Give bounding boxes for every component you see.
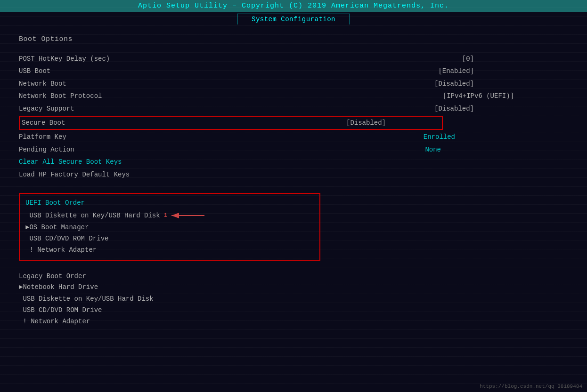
label-platform-key: Platform Key [19, 132, 66, 142]
uefi-boot-order-title: UEFI Boot Order [25, 198, 314, 208]
watermark: https://blog.csdn.net/qq_38189484 [480, 384, 582, 389]
legacy-item-usb-cdrom-label: USB CD/DVD ROM Drive [19, 305, 102, 315]
setting-row-usb-boot[interactable]: USB Boot [Enabled] [19, 65, 568, 77]
label-usb-boot: USB Boot [19, 66, 50, 76]
setting-row-post-hotkey[interactable]: POST HotKey Delay (sec) [0] [19, 53, 568, 65]
label-pending-action: Pending Action [19, 144, 74, 155]
value-network-boot-protocol: [IPv4+IPv6 (UEFI)] [443, 91, 514, 101]
label-network-boot: Network Boot [19, 79, 66, 89]
legacy-item-usb-diskette-label: USB Diskette on Key/USB Hard Disk [19, 294, 154, 304]
uefi-item-os-boot[interactable]: ► OS Boot Manager [25, 222, 314, 233]
uefi-item-os-boot-label: OS Boot Manager [29, 222, 89, 232]
annotation-number: 1 [164, 211, 168, 221]
annotation-arrow-icon [169, 210, 207, 221]
setting-row-load-factory[interactable]: Load HP Factory Default Keys [19, 168, 568, 181]
uefi-item-network-adapter[interactable]: ! Network Adapter [25, 244, 314, 256]
main-content: Boot Options POST HotKey Delay (sec) [0]… [0, 24, 587, 337]
title-bar: Aptio Setup Utility – Copyright (C) 2019… [0, 0, 587, 12]
uefi-boot-order-box: UEFI Boot Order USB Diskette on Key/USB … [19, 193, 320, 261]
setting-row-network-boot[interactable]: Network Boot [Disabled] [19, 78, 568, 90]
setting-row-pending-action[interactable]: Pending Action None [19, 144, 568, 156]
label-network-boot-protocol: Network Boot Protocol [19, 91, 102, 101]
tab-bar: System Configuration [0, 12, 587, 24]
legacy-item-usb-cdrom[interactable]: USB CD/DVD ROM Drive [19, 304, 568, 316]
label-clear-keys: Clear All Secure Boot Keys [19, 157, 122, 167]
section-title: Boot Options [19, 34, 568, 45]
uefi-item-network-adapter-label: ! Network Adapter [25, 245, 97, 255]
tab-label: System Configuration [252, 16, 335, 23]
uefi-boot-section: UEFI Boot Order USB Diskette on Key/USB … [19, 187, 568, 266]
legacy-item-notebook-hdd[interactable]: ► Notebook Hard Drive [19, 281, 568, 293]
legacy-item-network-adapter-label: ! Network Adapter [19, 316, 90, 327]
label-legacy-support: Legacy Support [19, 104, 74, 114]
value-platform-key: Enrolled [424, 132, 455, 142]
title-text: Aptio Setup Utility – Copyright (C) 2019… [138, 2, 449, 10]
uefi-item-usb-cdrom[interactable]: USB CD/DVD ROM Drive [25, 233, 314, 244]
label-secure-boot: Secure Boot [22, 118, 65, 128]
value-pending-action: None [425, 144, 441, 155]
setting-row-platform-key[interactable]: Platform Key Enrolled [19, 131, 568, 143]
legacy-item-notebook-hdd-label: Notebook Hard Drive [23, 282, 98, 292]
setting-row-clear-keys[interactable]: Clear All Secure Boot Keys [19, 156, 568, 168]
uefi-item-usb-diskette-label: USB Diskette on Key/USB Hard Disk [25, 210, 160, 221]
value-secure-boot: [Disabled] [346, 118, 386, 128]
uefi-item-usb-cdrom-label: USB CD/DVD ROM Drive [25, 233, 108, 244]
legacy-boot-title: Legacy Boot Order [19, 271, 568, 281]
settings-table: POST HotKey Delay (sec) [0] USB Boot [En… [19, 53, 568, 181]
setting-row-legacy-support[interactable]: Legacy Support [Disabled] [19, 103, 568, 115]
setting-row-network-boot-protocol[interactable]: Network Boot Protocol [IPv4+IPv6 (UEFI)] [19, 90, 568, 102]
triangle-icon: ► [25, 222, 29, 232]
value-network-boot: [Disabled] [434, 79, 474, 89]
label-load-factory: Load HP Factory Default Keys [19, 169, 130, 180]
uefi-item-usb-diskette[interactable]: USB Diskette on Key/USB Hard Disk 1 [25, 210, 314, 221]
legacy-item-usb-diskette[interactable]: USB Diskette on Key/USB Hard Disk [19, 293, 568, 304]
value-post-hotkey: [0] [462, 54, 474, 64]
value-usb-boot: [Enabled] [438, 66, 474, 76]
triangle-icon-legacy: ► [19, 282, 23, 292]
value-legacy-support: [Disabled] [434, 104, 474, 114]
legacy-boot-section: Legacy Boot Order ► Notebook Hard Drive … [19, 271, 568, 328]
system-config-tab[interactable]: System Configuration [237, 14, 350, 24]
label-post-hotkey: POST HotKey Delay (sec) [19, 54, 110, 64]
setting-row-secure-boot[interactable]: Secure Boot [Disabled] [19, 116, 443, 130]
legacy-item-network-adapter[interactable]: ! Network Adapter [19, 316, 568, 327]
